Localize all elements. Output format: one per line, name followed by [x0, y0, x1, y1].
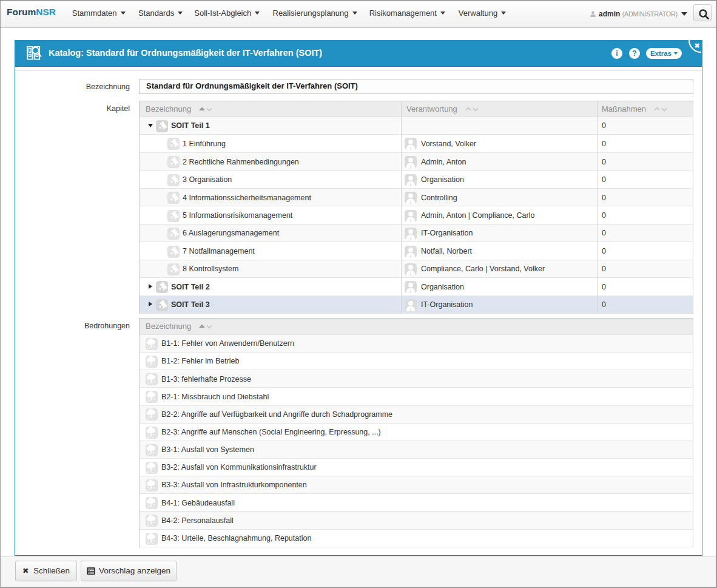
svg-text:✖: ✖ [695, 42, 700, 49]
